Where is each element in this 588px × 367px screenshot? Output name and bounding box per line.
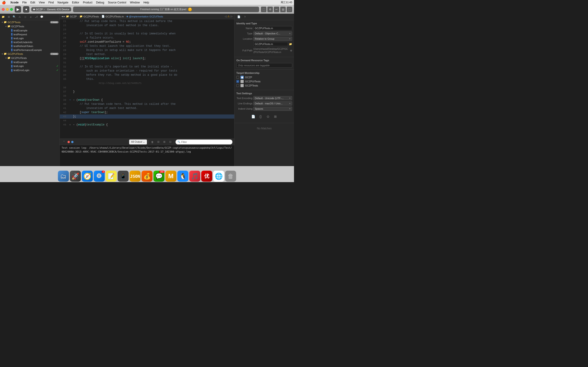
- nav-search-icon[interactable]: 🔍: [12, 15, 17, 19]
- debug-step-button[interactable]: [71, 141, 73, 143]
- dock-youku[interactable]: 优: [201, 171, 212, 182]
- nav-list-icon[interactable]: ≡: [28, 15, 33, 19]
- menu-debug[interactable]: Debug: [96, 1, 104, 4]
- menu-product[interactable]: Product: [83, 1, 92, 4]
- code-editor[interactable]: 21 // Put setup code here. This method i…: [60, 19, 234, 139]
- dock-chrome[interactable]: 🌐: [213, 171, 224, 182]
- nav-item-testgetuserinfo[interactable]: t testGetUsderinfo: [0, 40, 60, 44]
- dock-wechatpay[interactable]: 💰: [141, 171, 153, 182]
- nav-subgroup-gczptests[interactable]: ▼ 📁 GCZPTests: [0, 24, 60, 28]
- target-gczptests-checkbox[interactable]: [236, 84, 239, 87]
- debug-toggle[interactable]: ⚙: [267, 7, 273, 12]
- ondemand-input[interactable]: Only resources are taggable: [236, 63, 292, 68]
- debug-trash-icon[interactable]: 🗑: [150, 140, 155, 144]
- menu-file[interactable]: File: [22, 1, 27, 4]
- nav-item-testperformance[interactable]: t testPerformanceExample: [0, 48, 60, 52]
- indent-icon-3[interactable]: ⊙: [265, 114, 271, 119]
- location-dropdown[interactable]: Relative to Group ▼: [253, 37, 292, 41]
- dock-launchpad[interactable]: 🚀: [70, 171, 81, 182]
- debug-split-icon[interactable]: ⊟: [156, 140, 161, 144]
- dropdown-arrow-icon: ▼: [289, 38, 291, 40]
- endings-dropdown[interactable]: Default - macOS / Unix... ▼: [253, 101, 292, 106]
- menu-xcode[interactable]: Xcode: [10, 1, 19, 4]
- dock-qq[interactable]: 🐧: [177, 171, 188, 182]
- breadcrumb-gczp[interactable]: 📁 GCZP: [66, 15, 77, 18]
- encoding-dropdown[interactable]: Default - Unicode (UTF-... ▼: [253, 96, 292, 100]
- indent-icon-4[interactable]: ⊞: [273, 114, 278, 119]
- menu-window[interactable]: Window: [130, 1, 140, 4]
- dock-wechat[interactable]: 💬 182: [153, 171, 164, 182]
- all-output-selector[interactable]: All Output ⌄: [129, 140, 147, 144]
- nav-group-gcZPuitests[interactable]: ▼ 📁 GCZPUITests 3 tests: [0, 52, 60, 56]
- dock-music[interactable]: 🎵: [189, 171, 200, 182]
- dock-mango[interactable]: M: [165, 171, 176, 182]
- standard-editor[interactable]: ▤: [280, 7, 286, 12]
- minimize-button[interactable]: [6, 8, 9, 11]
- target-gczpuitests-checkbox[interactable]: ✓: [236, 80, 239, 83]
- dock-simulator[interactable]: 📱: [118, 171, 129, 182]
- nav-warning-icon[interactable]: ⚠: [17, 15, 22, 19]
- warning-badge[interactable]: 7: [188, 8, 192, 11]
- breadcrumb-impl[interactable]: ◈ @implementation GCZUITests: [126, 15, 163, 18]
- indent-dropdown[interactable]: Spaces ▼: [253, 107, 292, 111]
- nav-branch-icon[interactable]: ⎇: [34, 15, 39, 19]
- nav-right-icon[interactable]: ▸: [64, 15, 65, 18]
- indent-icon-2[interactable]: {}: [258, 114, 263, 119]
- dock-safari[interactable]: 🧭: [82, 171, 93, 182]
- menu-find[interactable]: Find: [48, 1, 54, 4]
- debug-camera-icon[interactable]: ⊡: [168, 140, 173, 144]
- nav-item-testexample-2[interactable]: t testExample: [0, 60, 60, 64]
- nav-diamond-icon[interactable]: ◇: [23, 15, 27, 19]
- nav-item-testlogin-2[interactable]: t testLogin ✓: [0, 64, 60, 68]
- close-button[interactable]: [2, 8, 5, 11]
- breadcrumb-next-issue[interactable]: ▷: [231, 15, 233, 18]
- navigator-toggle[interactable]: ⬚: [261, 7, 267, 12]
- menu-help[interactable]: Help: [143, 1, 149, 4]
- breadcrumb-gczpuitests[interactable]: 📁 GCZPUITests: [79, 15, 99, 18]
- nav-subgroup-gczpuitests[interactable]: ▼ 📁 GCZPUITests: [0, 56, 60, 60]
- code-line-24: 24 // In UI tests it is usually best to …: [60, 32, 234, 36]
- debug-record-button[interactable]: [68, 141, 70, 143]
- nav-folder-icon[interactable]: 📁: [1, 15, 6, 19]
- nav-chat-icon[interactable]: 💬: [40, 15, 44, 19]
- nav-item-testrefreshtoken[interactable]: t testRefreshToken: [0, 44, 60, 48]
- menu-edit[interactable]: Edit: [30, 1, 35, 4]
- target-gczp-checkbox[interactable]: [236, 76, 239, 79]
- breadcrumb-prev-issue[interactable]: ◁: [225, 15, 226, 18]
- nav-left-icon[interactable]: ◂: [61, 15, 63, 18]
- menu-source-control[interactable]: Source Control: [108, 1, 126, 4]
- inspector-file-icon[interactable]: 📄: [236, 15, 242, 19]
- nav-item-testlogin-1[interactable]: t testLogin: [0, 36, 60, 40]
- name-value[interactable]: GCZPUITests.m: [253, 26, 292, 30]
- breadcrumb-nav-back[interactable]: ◂ ▸: [61, 15, 65, 18]
- dock-notes[interactable]: 📝: [106, 171, 117, 182]
- nav-group-gczptests[interactable]: ▼ 📁 GCZPTests 6 tests: [0, 20, 60, 24]
- nav-item-testexample-1[interactable]: t testExample: [0, 28, 60, 32]
- maximize-button[interactable]: [10, 8, 13, 11]
- run-button[interactable]: ▶: [15, 6, 21, 13]
- debug-collapse-icon[interactable]: ⌃: [61, 140, 66, 144]
- nav-copy-icon[interactable]: ⊞: [6, 15, 11, 19]
- folder-browse-icon[interactable]: 📁: [289, 43, 292, 46]
- debug-filter-input[interactable]: 🔍 Filter: [175, 140, 233, 144]
- apple-menu[interactable]: 🍎: [2, 1, 6, 4]
- assistant-toggle[interactable]: ↩: [274, 7, 279, 12]
- scheme-selector[interactable]: ◆ GCZP › | Generic iOS Device: [31, 7, 71, 11]
- menu-editor[interactable]: Editor: [72, 1, 79, 4]
- inspector-toggle[interactable]: ⬚: [287, 7, 292, 12]
- menu-view[interactable]: View: [39, 1, 45, 4]
- inspector-question-icon[interactable]: ?: [242, 15, 247, 19]
- dock-finder[interactable]: 🗂: [58, 171, 69, 182]
- menu-navigate[interactable]: Navigate: [57, 1, 68, 4]
- dock-appstore[interactable]: 🅐 2: [94, 171, 105, 182]
- reveal-in-finder-icon[interactable]: ⊛: [290, 49, 292, 52]
- nav-item-testrequest[interactable]: t testRequest: [0, 32, 60, 36]
- dock-trash[interactable]: 🗑: [225, 171, 236, 182]
- debug-layout-icon[interactable]: ⊞: [162, 140, 166, 144]
- type-dropdown[interactable]: Default - Objective-C... ▼: [253, 31, 292, 35]
- stop-button[interactable]: ■: [23, 6, 29, 13]
- dock-json[interactable]: JSON: [130, 171, 141, 182]
- indent-icon-1[interactable]: 📄: [251, 114, 256, 119]
- breadcrumb-file[interactable]: 📄 GCZPUITests.m: [102, 15, 124, 18]
- nav-item-testerrorlogin[interactable]: t testErrorLogin ✓: [0, 68, 60, 72]
